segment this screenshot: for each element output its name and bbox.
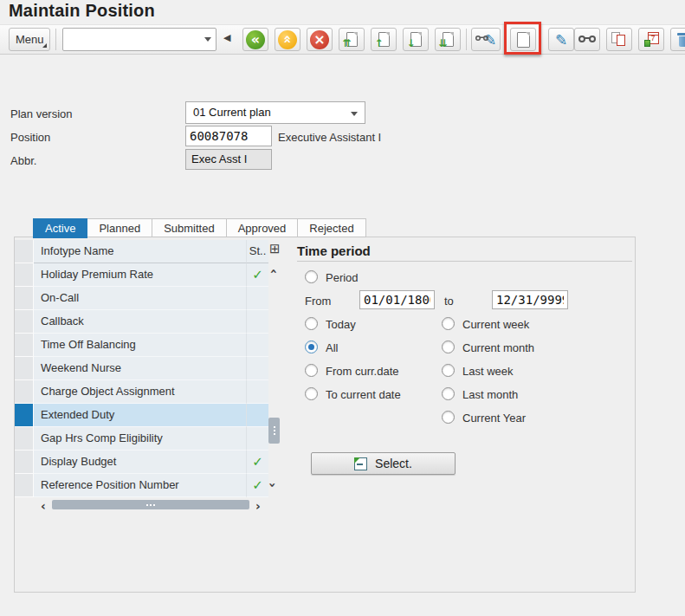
table-row[interactable]: Reference Position Number✓ [15, 474, 268, 497]
infotype-table: Infotype Name St.. Holiday Premium Rate✓… [15, 240, 268, 497]
create-button[interactable] [510, 28, 536, 51]
table-config-icon[interactable]: ⊞ [269, 243, 281, 256]
radio-period-label: Period [326, 271, 359, 284]
to-date-input[interactable] [492, 290, 568, 309]
radio-current-month[interactable] [442, 340, 455, 353]
plan-version-select[interactable]: 01 Current plan [185, 101, 365, 124]
position-input[interactable] [185, 126, 272, 146]
tab-approved[interactable]: Approved [227, 218, 299, 237]
table-row[interactable]: Holiday Premium Rate✓ [15, 263, 268, 287]
table-row[interactable]: On-Call [15, 287, 268, 310]
maintain-position-window: Maintain Position Menu ◀ « « × ⇈ ↑ ↓ ⇊ [0, 0, 685, 616]
radio-to-current-date[interactable] [305, 387, 318, 400]
row-selector[interactable] [15, 404, 34, 427]
scroll-right-icon[interactable]: › [255, 500, 261, 512]
table-row[interactable]: Time Off Balancing [15, 334, 268, 357]
page-title: Maintain Position [9, 1, 155, 21]
radio-from-curr-date-label: From curr.date [326, 365, 399, 378]
copy-icon [611, 32, 627, 47]
previous-page-icon: ↑ [378, 32, 390, 47]
radio-current-month-label: Current month [462, 341, 534, 354]
plan-version-value: 01 Current plan [193, 106, 271, 119]
radio-last-month[interactable] [442, 387, 455, 400]
radio-from-curr-date[interactable] [305, 364, 318, 377]
scroll-down-icon[interactable]: › [270, 479, 275, 491]
radio-all[interactable] [305, 340, 318, 353]
copy-button[interactable] [606, 28, 632, 51]
table-row[interactable]: Charge Object Assignment [15, 380, 268, 404]
status-check-icon [247, 310, 268, 334]
back-button[interactable]: « [242, 28, 268, 51]
display-change-button[interactable]: ✎ [471, 28, 501, 51]
divider [297, 261, 632, 262]
row-selector[interactable] [15, 451, 34, 474]
radio-all-label: All [326, 341, 338, 354]
radio-current-week[interactable] [442, 317, 455, 330]
pencil-icon: ✎ [555, 31, 567, 49]
last-page-button[interactable]: ⇊ [435, 28, 461, 51]
previous-page-button[interactable]: ↑ [371, 28, 397, 51]
row-selector[interactable] [15, 334, 34, 357]
menu-button[interactable]: Menu [9, 28, 50, 51]
change-button[interactable]: ✎ [548, 28, 574, 51]
command-field-input[interactable] [62, 28, 216, 51]
select-all-cell[interactable] [15, 240, 34, 263]
radio-current-year[interactable] [442, 411, 455, 424]
to-label: to [444, 295, 454, 308]
time-period-heading: Time period [297, 243, 371, 258]
position-description: Executive Assistant I [278, 131, 381, 144]
row-selector[interactable] [15, 310, 34, 334]
collapse-toolbar-icon[interactable]: ◀ [223, 32, 230, 43]
next-page-icon: ↓ [410, 32, 422, 47]
table-row-selected[interactable]: Extended Duty [15, 404, 268, 427]
vertical-scrollbar-thumb[interactable] [268, 418, 280, 444]
select-icon [354, 457, 367, 470]
row-selector[interactable] [15, 357, 34, 380]
tabstrip: Active Planned Submitted Approved Reject… [33, 218, 366, 238]
first-page-button[interactable]: ⇈ [339, 28, 365, 51]
delimit-button[interactable]: 7 [638, 28, 664, 51]
table-row[interactable]: Gap Hrs Comp Eligibility [15, 427, 268, 451]
row-selector[interactable] [15, 474, 34, 497]
radio-period[interactable] [305, 270, 318, 283]
next-page-button[interactable]: ↓ [403, 28, 429, 51]
row-selector[interactable] [15, 427, 34, 451]
trash-icon [677, 32, 685, 47]
display-button[interactable] [574, 28, 600, 51]
from-date-input[interactable] [359, 290, 435, 309]
glasses-icon [475, 36, 488, 42]
cancel-icon: × [310, 30, 329, 49]
table-row[interactable]: Display Budget✓ [15, 451, 268, 474]
back-icon: « [246, 30, 265, 49]
cancel-button[interactable]: × [307, 28, 333, 51]
radio-today[interactable] [305, 317, 318, 330]
radio-last-week[interactable] [442, 364, 455, 377]
delete-button[interactable] [670, 28, 685, 51]
column-header-status: St.. [247, 240, 268, 263]
command-field-chevron-icon[interactable] [204, 37, 211, 42]
table-row[interactable]: Weekend Nurse [15, 357, 268, 380]
table-row[interactable]: Callback [15, 310, 268, 334]
status-check-icon [247, 287, 268, 310]
tab-planned[interactable]: Planned [87, 218, 152, 237]
tab-active[interactable]: Active [33, 218, 87, 238]
tab-submitted[interactable]: Submitted [152, 218, 227, 237]
tab-rejected[interactable]: Rejected [298, 218, 365, 237]
scroll-up-icon[interactable]: › [270, 265, 275, 277]
delimit-calendar-icon: 7 [644, 32, 659, 47]
create-icon [517, 32, 530, 48]
horizontal-scrollbar-thumb[interactable] [52, 500, 249, 509]
radio-current-week-label: Current week [462, 318, 529, 331]
chevron-down-icon [351, 112, 358, 116]
radio-current-year-label: Current Year [462, 412, 526, 425]
row-selector[interactable] [15, 263, 34, 287]
row-selector[interactable] [15, 287, 34, 310]
select-button[interactable]: Select. [311, 452, 456, 475]
menu-button-label: Menu [16, 33, 44, 46]
row-selector[interactable] [15, 380, 34, 404]
toolbar: Menu ◀ « « × ⇈ ↑ ↓ ⇊ ✎ [0, 24, 685, 55]
exit-button[interactable]: « [275, 28, 300, 51]
exit-icon: « [278, 30, 297, 49]
toolbar-separator [466, 29, 467, 50]
scroll-left-icon[interactable]: ‹ [41, 500, 46, 512]
